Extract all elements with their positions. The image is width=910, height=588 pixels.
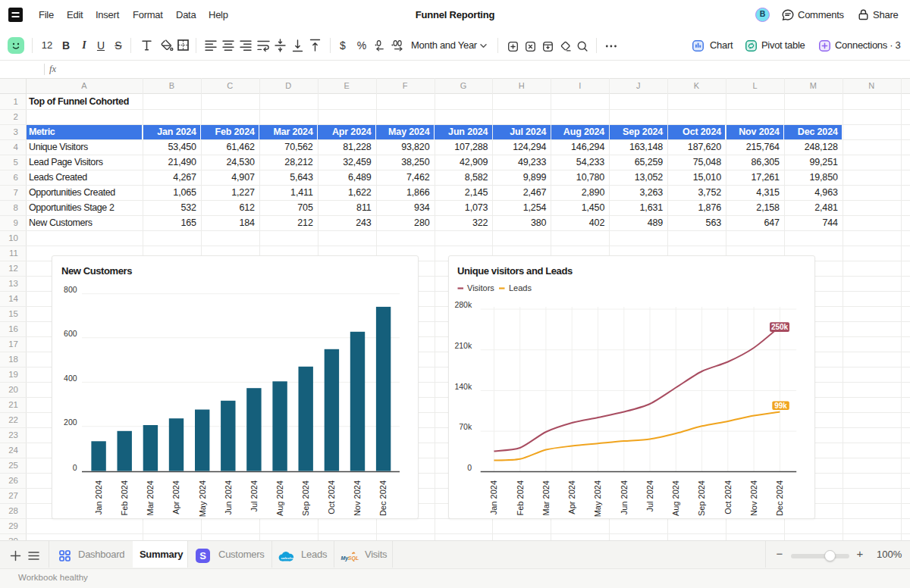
svg-text:Jun 2024: Jun 2024 (620, 480, 629, 514)
svg-text:280k: 280k (454, 300, 472, 309)
svg-text:Apr 2024: Apr 2024 (171, 480, 180, 514)
svg-text:Feb 2024: Feb 2024 (120, 480, 129, 515)
svg-text:400: 400 (64, 374, 77, 383)
svg-text:140k: 140k (454, 382, 472, 391)
svg-text:800: 800 (64, 285, 77, 294)
svg-text:Sep 2024: Sep 2024 (697, 480, 706, 516)
svg-text:SQL: SQL (348, 555, 359, 561)
svg-text:Unique visitors and Leads: Unique visitors and Leads (457, 265, 573, 277)
svg-text:Aug 2024: Aug 2024 (671, 480, 680, 516)
svg-text:salesforce: salesforce (281, 556, 294, 560)
svg-text:Aug 2024: Aug 2024 (275, 480, 284, 516)
svg-text:250k: 250k (771, 323, 789, 331)
svg-text:Mar 2024: Mar 2024 (541, 480, 551, 515)
svg-text:Jul 2024: Jul 2024 (645, 480, 654, 512)
svg-text:Visitors: Visitors (467, 283, 494, 292)
svg-text:Feb 2024: Feb 2024 (516, 480, 525, 515)
svg-text:70k: 70k (459, 422, 472, 431)
svg-text:600: 600 (64, 329, 77, 338)
svg-text:Nov 2024: Nov 2024 (353, 480, 362, 516)
svg-text:0: 0 (467, 463, 472, 472)
svg-text:210k: 210k (454, 341, 472, 350)
svg-text:May 2024: May 2024 (198, 480, 207, 517)
svg-text:New Customers: New Customers (61, 265, 132, 277)
svg-text:Jan 2024: Jan 2024 (94, 480, 103, 514)
svg-text:Leads: Leads (509, 283, 532, 292)
svg-text:Apr 2024: Apr 2024 (567, 480, 576, 514)
svg-text:Oct 2024: Oct 2024 (723, 480, 733, 514)
svg-text:Jun 2024: Jun 2024 (224, 480, 233, 514)
svg-text:Mar 2024: Mar 2024 (146, 480, 155, 515)
svg-text:Jul 2024: Jul 2024 (249, 480, 259, 512)
svg-text:Sep 2024: Sep 2024 (301, 480, 310, 516)
svg-text:Jan 2024: Jan 2024 (489, 480, 498, 514)
svg-text:99k: 99k (774, 402, 787, 410)
svg-text:Dec 2024: Dec 2024 (378, 480, 388, 516)
svg-text:May 2024: May 2024 (593, 480, 602, 517)
svg-text:Dec 2024: Dec 2024 (775, 480, 784, 516)
svg-text:200: 200 (64, 418, 77, 427)
svg-text:Nov 2024: Nov 2024 (749, 480, 758, 516)
svg-text:0: 0 (73, 463, 77, 472)
svg-text:Oct 2024: Oct 2024 (327, 480, 336, 514)
